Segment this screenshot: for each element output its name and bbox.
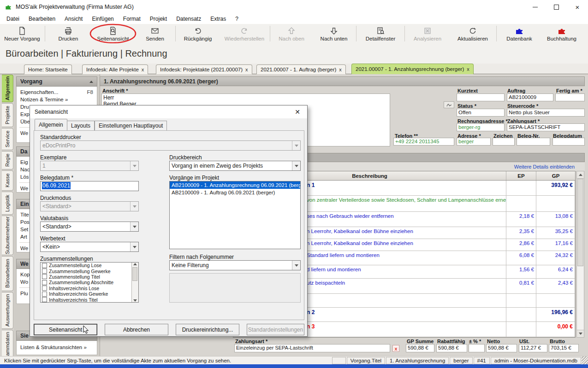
adresse-field[interactable]: berger: [457, 138, 491, 146]
dropdown-icon[interactable]: [292, 161, 300, 170]
checkbox-option[interactable]: Zusammenstellung Lose: [41, 263, 138, 268]
sidebar-item-listen-strukturansichten[interactable]: Listen & Strukturansichten »: [17, 343, 97, 352]
checkbox-option[interactable]: Inhaltsverzeichnis Gewerke: [41, 291, 138, 297]
druckbereich-combo[interactable]: Vorgang in einem Zweig des Projekts: [169, 161, 301, 171]
side-tab-service[interactable]: Service: [2, 128, 13, 150]
send-button[interactable]: Senden: [135, 24, 175, 43]
kurztext-field[interactable]: [457, 93, 505, 101]
menu-einfuegen[interactable]: Einfügen: [87, 15, 118, 23]
tab-close-icon[interactable]: x: [245, 67, 248, 72]
new-document-button[interactable]: Neuer Vorgang: [0, 24, 44, 43]
checkbox-option[interactable]: Zusammenstellung Gewerke: [41, 268, 138, 274]
dropdown-icon[interactable]: [130, 222, 138, 231]
abbrechen-button[interactable]: Abbrechen: [105, 324, 168, 335]
fertig-am-field[interactable]: [555, 93, 585, 101]
werbetext-combo[interactable]: <Kein>: [40, 242, 139, 252]
rabattfaehig-field[interactable]: 590,88 €: [436, 344, 467, 352]
database-button[interactable]: Datenbank: [497, 24, 541, 43]
netto-field[interactable]: 590,88 €: [486, 344, 517, 352]
tab-close-icon[interactable]: x: [142, 67, 144, 72]
resize-grip[interactable]: [582, 356, 588, 365]
table-scrollbar[interactable]: [576, 171, 584, 338]
side-tab-auswertungen[interactable]: Auswertungen: [2, 292, 13, 329]
panel-header-vorgang[interactable]: Vorgang: [16, 76, 97, 87]
tab-infodesk-alle-projekte[interactable]: Infodesk: Alle Projektex: [82, 64, 148, 74]
menu-datei[interactable]: Datei: [2, 15, 24, 23]
scrollbar-thumb[interactable]: [132, 267, 137, 281]
chec kbox-option[interactable]: Zusammenstellung Abschnitte: [41, 280, 138, 285]
scrollbar-thumb[interactable]: [577, 179, 583, 266]
scrollbar-down-icon[interactable]: [133, 299, 137, 302]
steuercode-field[interactable]: Netto plus Steuer: [507, 109, 585, 117]
sidebar-item-notizen-termine[interactable]: Notizen & Termine »: [17, 96, 97, 103]
tab-close-icon[interactable]: x: [467, 66, 469, 72]
scrollbar-up-icon[interactable]: [133, 263, 137, 265]
refresh-button[interactable]: Aktualisieren: [450, 24, 496, 43]
zahlungsart-field[interactable]: SEPA-LASTSCHRIFT: [507, 123, 585, 131]
scrollbar-up-icon[interactable]: [577, 171, 584, 179]
list-item-auftrag[interactable]: AB2100009 - 1. Auftrag 06.09.2021 (berge…: [170, 189, 300, 196]
dialog-tab-einstellungen[interactable]: Einstellungen Hauptlayout: [95, 121, 167, 130]
side-tab-projekte[interactable]: Projekte: [2, 103, 13, 127]
side-tab-bueroarbeiten[interactable]: Büroarbeiten: [2, 256, 13, 291]
dialog-close-icon[interactable]: ✕: [292, 108, 303, 116]
scrollbar-down-icon[interactable]: [577, 330, 584, 337]
anschrift-edit-button[interactable]: [444, 101, 454, 108]
dropdown-icon[interactable]: [130, 242, 138, 251]
rabatt-prozent-field[interactable]: [469, 344, 485, 352]
side-tab-allgemein[interactable]: Allgemein: [2, 75, 13, 102]
dialog-tab-allgemein[interactable]: Allgemein: [35, 119, 67, 130]
rechnungsadresse-field[interactable]: berger-rg: [457, 123, 505, 131]
status-field[interactable]: Offen: [457, 109, 505, 117]
undo-button[interactable]: Rückgängig: [176, 24, 220, 43]
dialog-tab-layouts[interactable]: Layouts: [67, 121, 95, 130]
belegdatum-input[interactable]: 06.09.2021: [40, 181, 139, 191]
side-tab-logistik[interactable]: Logistik: [2, 192, 13, 215]
accounting-button[interactable]: Buchhaltung: [541, 24, 582, 43]
clear-icon[interactable]: x: [392, 345, 399, 352]
valutabasis-combo[interactable]: <Standard>: [40, 222, 139, 232]
tab-auftrag[interactable]: 2021.00007 - 1. Auftrag (berger)x: [256, 64, 346, 74]
checkbox-icon[interactable]: [42, 297, 47, 302]
menu-hilfe[interactable]: ?: [231, 15, 243, 23]
tab-anzahlungsrechnung[interactable]: 2021.00007 - 1. Anzahlungsrechnung (berg…: [351, 64, 474, 74]
checkbox-option[interactable]: Zusammenstellung Titel: [41, 274, 138, 280]
tab-infodesk-projektakte[interactable]: Infodesk: Projektakte (2021.00007)x: [156, 64, 252, 74]
tab-close-icon[interactable]: x: [339, 67, 342, 72]
sidebar-item-eigenschaften[interactable]: Eigenschaften...F8: [17, 88, 97, 96]
checkbox-icon[interactable]: [42, 286, 47, 291]
checkbox-option[interactable]: Inhaltsverzeichnis Lose: [41, 286, 138, 291]
checkbox-icon[interactable]: [42, 263, 47, 268]
side-tab-kasse[interactable]: Kasse: [2, 170, 13, 191]
page-preview-button[interactable]: Seitenansicht: [91, 24, 135, 43]
checkbox-option[interactable]: Inhaltsverzeichnis Titel: [41, 297, 138, 302]
checkbox-icon[interactable]: [42, 292, 47, 297]
menu-extras[interactable]: Extras: [206, 15, 231, 23]
telefon-field[interactable]: +49 2224 2011345: [393, 138, 454, 146]
menu-projekt[interactable]: Projekt: [145, 15, 172, 23]
move-down-button[interactable]: Nach unten: [312, 24, 356, 43]
menu-datensatz[interactable]: Datensatz: [172, 15, 206, 23]
brutto-field[interactable]: 703,15 €: [549, 344, 579, 352]
checkbox-icon[interactable]: [42, 274, 47, 279]
druckereinrichtung-button[interactable]: Druckereinrichtung...: [176, 324, 239, 335]
tab-home[interactable]: Home: Startseite: [24, 64, 72, 74]
detail-window-button[interactable]: Detailfenster: [357, 24, 404, 43]
checkbox-icon[interactable]: [42, 280, 47, 285]
dropdown-icon[interactable]: [292, 261, 300, 270]
minimize-icon[interactable]: [524, 0, 546, 14]
weitere-details-link[interactable]: Weitere Details einblenden: [514, 164, 575, 169]
column-ep[interactable]: EP: [506, 171, 536, 180]
list-item-anzahlungsrechnung[interactable]: AB2100009 - 1. Anzahlungsrechnung 06.09.…: [170, 181, 300, 189]
side-tab-subunternehmer[interactable]: Subunternehmer: [2, 216, 13, 255]
side-tab-regie[interactable]: Regie: [2, 151, 13, 169]
checklist-scrollbar[interactable]: [131, 263, 138, 302]
beleg-nr-field[interactable]: [517, 138, 550, 146]
menu-format[interactable]: Format: [119, 15, 145, 23]
menu-ansicht[interactable]: Ansicht: [60, 15, 87, 23]
menu-bearbeiten[interactable]: Bearbeiten: [24, 15, 60, 23]
print-button[interactable]: Drucken: [46, 24, 91, 43]
maximize-icon[interactable]: [546, 0, 567, 14]
ust-field[interactable]: 112,27 €: [519, 344, 547, 352]
belegdatum-field[interactable]: [552, 138, 585, 146]
